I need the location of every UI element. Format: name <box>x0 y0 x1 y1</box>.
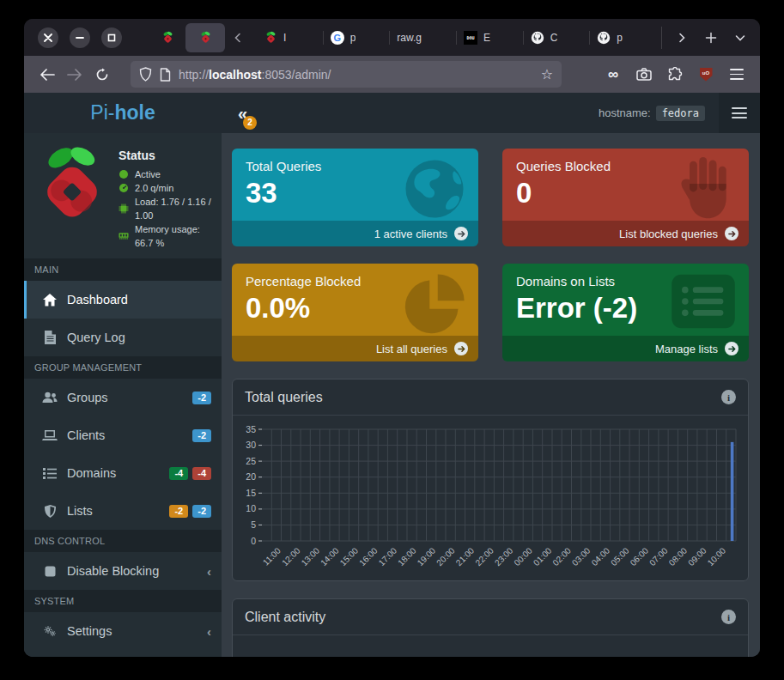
tab-title: p <box>617 32 623 44</box>
card-value: 33 <box>246 178 465 209</box>
window-maximize-button[interactable] <box>101 27 122 48</box>
card-body: Percentage Blocked 0.0% <box>232 264 478 336</box>
dou-favicon: DOU <box>464 31 477 45</box>
svg-text:01:00: 01:00 <box>532 545 554 568</box>
browser-menu-button[interactable] <box>724 62 750 88</box>
tab-title: C <box>550 32 558 44</box>
plus-icon <box>705 32 717 44</box>
card-title: Queries Blocked <box>516 159 735 173</box>
reload-button[interactable] <box>89 62 115 88</box>
pihole-logo[interactable]: Pi-hole <box>24 101 222 124</box>
mask-extension-button[interactable]: ∞ <box>600 62 626 88</box>
sidebar-item-tools[interactable]: Tools 2 ‹ <box>24 650 222 657</box>
pihole-raspberry-logo <box>33 143 112 222</box>
github-favicon <box>531 31 544 45</box>
panel-title: Total queries <box>245 390 323 405</box>
svg-text:08:00: 08:00 <box>667 545 690 568</box>
svg-text:07:00: 07:00 <box>647 545 670 568</box>
url-bar[interactable]: http://localhost:8053/admin/ ☆ <box>131 61 562 88</box>
sidebar-item-domains[interactable]: Domains -4 -4 <box>24 454 222 492</box>
new-tab-button[interactable] <box>700 27 722 49</box>
card-total-queries: Total Queries 33 1 active clients <box>232 149 478 246</box>
svg-text:02:00: 02:00 <box>550 545 573 568</box>
svg-text:10: 10 <box>246 503 256 513</box>
home-icon <box>42 294 58 307</box>
mask-icon: ∞ <box>608 66 618 83</box>
browser-tab-google[interactable]: G p <box>323 23 390 52</box>
pihole-app: Pi-hole « 2 hostname: fedora <box>24 93 760 657</box>
update-badge: 2 <box>243 116 257 130</box>
browser-tab-raw[interactable]: raw.g <box>389 23 456 52</box>
pihole-favicon <box>264 31 277 45</box>
sidebar-item-query-log[interactable]: Query Log <box>24 319 222 356</box>
svg-text:0: 0 <box>251 536 256 546</box>
url-path: :8053/admin/ <box>262 68 331 82</box>
github-favicon <box>597 31 611 45</box>
sidebar-item-disable-blocking[interactable]: Disable Blocking ‹ <box>24 552 222 590</box>
arrow-circle-icon <box>454 227 468 240</box>
list-all-tabs-button[interactable] <box>729 27 751 49</box>
panel-total-queries: Total queries i 0510152025303511:0012:00… <box>232 379 749 581</box>
window-minimize-button[interactable] <box>70 27 90 48</box>
menu-section-system: SYSTEM <box>24 590 222 612</box>
sidebar-item-groups[interactable]: Groups -2 <box>24 379 222 416</box>
maximize-icon <box>107 33 116 42</box>
info-icon[interactable]: i <box>721 610 736 624</box>
info-icon[interactable]: i <box>721 390 736 404</box>
chart-area[interactable]: 0510152025303511:0012:0013:0014:0015:001… <box>233 416 748 580</box>
extensions-button[interactable] <box>662 62 688 88</box>
tab-scroll-right-button[interactable] <box>671 27 693 49</box>
back-button[interactable] <box>34 62 60 88</box>
forward-button[interactable] <box>62 62 88 88</box>
status-memory: Memory usage: 66.7 % <box>119 222 215 250</box>
card-link-all-queries[interactable]: List all queries <box>232 336 478 361</box>
sidebar-item-settings[interactable]: Settings ‹ <box>24 612 222 650</box>
shield-icon <box>139 67 152 82</box>
browser-tab-github-2[interactable]: p <box>589 23 656 52</box>
svg-text:06:00: 06:00 <box>629 545 651 568</box>
pinned-tab-pihole[interactable] <box>153 23 182 52</box>
sidebar-collapse-button[interactable]: « 2 <box>234 103 251 124</box>
clients-badge: -2 <box>192 429 211 442</box>
chevron-right-icon <box>677 33 687 43</box>
card-link-active-clients[interactable]: 1 active clients <box>232 221 478 246</box>
card-body: Total Queries 33 <box>232 149 478 221</box>
screenshot-extension-button[interactable] <box>631 62 657 88</box>
svg-text:10:00: 10:00 <box>706 545 728 568</box>
url-protocol: http:// <box>179 68 209 82</box>
sidebar-item-clients[interactable]: Clients -2 <box>24 416 222 454</box>
svg-text:15: 15 <box>246 488 256 498</box>
tab-bar: I G p raw.g DOU E C <box>24 19 760 56</box>
active-tab-pihole[interactable] <box>185 23 225 52</box>
puzzle-icon <box>668 67 683 82</box>
card-domains-on-lists: Domains on Lists Error (-2) Manage lists <box>502 264 749 361</box>
card-link-blocked-queries[interactable]: List blocked queries <box>502 221 749 246</box>
card-body: Domains on Lists Error (-2) <box>502 264 749 336</box>
browser-tab-pihole-docs[interactable]: I <box>256 23 323 52</box>
sidebar-item-dashboard[interactable]: Dashboard <box>24 281 222 319</box>
app-menu-button[interactable] <box>719 93 760 133</box>
tab-scroll-left-button[interactable] <box>227 27 249 49</box>
chevron-left-icon: ‹ <box>207 564 211 579</box>
hostname-label: hostname: <box>599 106 651 119</box>
file-icon <box>42 331 58 344</box>
toolbar-extensions: ∞ uO <box>600 62 750 88</box>
window-close-button[interactable] <box>38 27 58 48</box>
svg-text:30: 30 <box>246 440 256 450</box>
dashboard-content: Total Queries 33 1 active clients <box>222 133 760 657</box>
total-queries-chart: 0510152025303511:0012:0013:0014:0015:001… <box>240 422 741 579</box>
forward-icon <box>67 69 82 81</box>
back-icon <box>40 69 55 81</box>
reload-icon <box>95 68 109 82</box>
svg-text:09:00: 09:00 <box>686 545 708 568</box>
ublock-shield-icon: uO <box>700 68 713 82</box>
card-link-manage-lists[interactable]: Manage lists <box>502 336 749 361</box>
status-panel: Status Active 2.0 q/min Lo <box>119 143 215 250</box>
sidebar-item-lists[interactable]: Lists -2 -2 <box>24 492 222 530</box>
bookmark-star-button[interactable]: ☆ <box>541 66 553 82</box>
status-load: Load: 1.76 / 1.16 / 1.00 <box>119 195 215 222</box>
browser-tab-github-1[interactable]: C <box>523 23 590 52</box>
ublock-button[interactable]: uO <box>693 62 719 88</box>
browser-window: I G p raw.g DOU E C <box>24 19 760 657</box>
browser-tab-dou[interactable]: DOU E <box>456 23 523 52</box>
